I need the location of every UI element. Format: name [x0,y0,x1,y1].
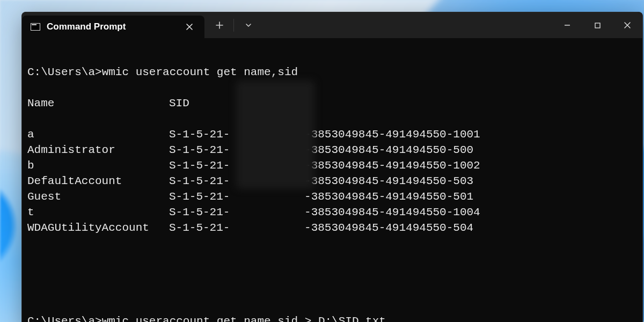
cell-sid: S-1-5-21- -3853049845-491494550-504 [169,220,473,236]
table-row: bS-1-5-21- -3853049845-491494550-1002 [27,158,638,173]
blank-line [27,282,638,298]
table-row: aS-1-5-21- -3853049845-491494550-1001 [27,127,638,142]
terminal-window: Command Prompt C:\ [21,12,643,322]
cell-sid: S-1-5-21- -3853049845-491494550-1001 [169,127,480,142]
cell-name: a [27,127,169,142]
cell-name: b [27,158,169,173]
tab-command-prompt[interactable]: Command Prompt [22,16,204,38]
table-row: DefaultAccountS-1-5-21- -3853049845-4914… [27,173,638,189]
cell-sid: S-1-5-21- -3853049845-491494550-1004 [169,204,480,220]
cell-sid: S-1-5-21- -3853049845-491494550-500 [169,142,473,158]
col-header-sid: SID [169,96,189,111]
close-button[interactable] [612,12,642,38]
command-text: wmic useraccount get name,sid [102,66,298,78]
svg-rect-0 [595,23,600,28]
tab-title: Command Prompt [47,21,175,32]
cell-name: DefaultAccount [27,173,169,189]
maximize-button[interactable] [582,12,612,38]
tab-separator [233,19,235,32]
command-text: wmic useraccount get name,sid > D:\SID.t… [102,315,386,322]
titlebar[interactable]: Command Prompt [22,12,642,38]
table-header: NameSID [27,96,638,111]
table-row: GuestS-1-5-21- -3853049845-491494550-501 [27,189,638,204]
new-tab-button[interactable] [208,12,231,38]
cell-name: WDAGUtilityAccount [27,220,169,236]
cell-name: t [27,204,169,220]
table-row: AdministratorS-1-5-21- -3853049845-49149… [27,142,638,158]
col-header-name: Name [27,96,169,111]
blank-line [27,251,638,267]
table-row: WDAGUtilityAccountS-1-5-21- -3853049845-… [27,220,638,236]
tab-close-button[interactable] [182,19,197,34]
table-row: tS-1-5-21- -3853049845-491494550-1004 [27,204,638,220]
cell-sid: S-1-5-21- -3853049845-491494550-501 [169,189,473,204]
tab-dropdown-button[interactable] [237,12,260,38]
prompt-prefix: C:\Users\a> [27,66,102,78]
cell-name: Administrator [27,142,169,158]
minimize-button[interactable] [552,12,582,38]
titlebar-drag-region[interactable] [260,12,552,38]
cell-sid: S-1-5-21- -3853049845-491494550-503 [169,173,473,189]
prompt-line: C:\Users\a>wmic useraccount get name,sid… [27,313,638,322]
cell-name: Guest [27,189,169,204]
terminal-output[interactable]: C:\Users\a>wmic useraccount get name,sid… [22,38,642,322]
cmd-icon [31,23,40,31]
prompt-prefix: C:\Users\a> [27,315,102,322]
prompt-line: C:\Users\a>wmic useraccount get name,sid [27,64,638,80]
cell-sid: S-1-5-21- -3853049845-491494550-1002 [169,158,480,173]
